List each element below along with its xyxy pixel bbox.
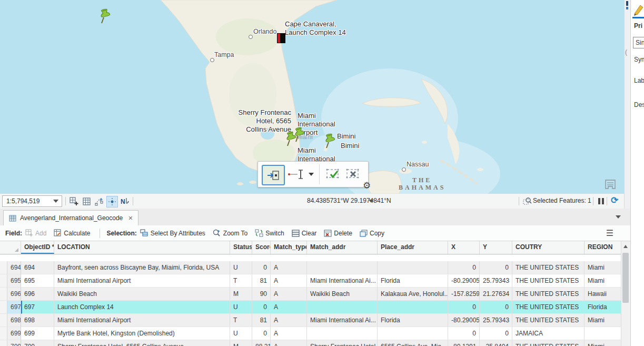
column-header-place-addr[interactable]: Place_addr <box>378 241 448 254</box>
cell-y[interactable]: 0 <box>480 261 512 274</box>
cell-coutry[interactable]: JAMAICA <box>512 327 584 340</box>
table-row[interactable]: 697 697 Launch Complex 14 U 0 A 0 0 THE … <box>0 301 621 314</box>
column-header-score[interactable]: Score <box>252 241 271 254</box>
gear-icon[interactable]: ⚙ <box>363 181 371 191</box>
cell-y[interactable]: 0 <box>480 327 512 340</box>
row-select-strip[interactable] <box>0 340 7 346</box>
scroll-up-arrow[interactable] <box>623 245 628 248</box>
table-row[interactable]: 695 695 Miami International Airport T 81… <box>0 274 621 288</box>
cell-status[interactable]: U <box>230 261 252 274</box>
cell-y[interactable]: 25.79343 <box>480 274 512 288</box>
scale-combobox[interactable]: 1:5,794,519 <box>2 195 62 207</box>
copy-button[interactable]: Copy <box>360 230 384 237</box>
cell-region[interactable] <box>584 327 621 340</box>
cell-match-addr[interactable] <box>307 327 378 340</box>
row-select-strip[interactable] <box>0 327 7 340</box>
map-pushpin[interactable] <box>97 8 113 25</box>
collapse-pane-icon[interactable]: ( <box>625 48 627 56</box>
cell-place-addr[interactable] <box>378 301 448 314</box>
switch-selection-button[interactable]: Switch <box>255 229 284 237</box>
row-number-cell[interactable]: 695 <box>7 274 21 288</box>
cell-region[interactable]: Miami <box>584 261 621 274</box>
column-header-location[interactable]: LOCATION <box>54 241 230 254</box>
cell-place-addr[interactable]: 6565 Collins Ave, Mia... <box>378 340 448 346</box>
cell-match-addr[interactable] <box>307 254 378 255</box>
new-map-view-icon[interactable] <box>68 196 79 206</box>
symbology-type-dropdown[interactable]: Sin <box>633 37 644 48</box>
column-header-objectid[interactable]: ObjectID * <box>21 241 54 254</box>
row-number-cell[interactable]: 699 <box>7 327 21 340</box>
cell-match-addr[interactable] <box>307 261 378 274</box>
cell-score[interactable]: 81 <box>252 274 271 288</box>
cell-y[interactable]: 25.8404 <box>480 340 512 346</box>
cell-y[interactable]: 21.27634 <box>480 288 512 301</box>
cell-match-type[interactable]: A <box>271 327 307 340</box>
cell-match-addr[interactable] <box>307 301 378 314</box>
cell-score[interactable]: 0 <box>252 261 271 274</box>
cell-place-addr[interactable]: Florida <box>378 274 448 288</box>
cell-match-type[interactable]: A <box>271 261 307 274</box>
cell-x[interactable]: -80.29005 <box>448 314 480 327</box>
cell-location[interactable]: Launch Complex 14 <box>54 301 230 314</box>
row-select-strip[interactable] <box>0 288 7 301</box>
tab-avengerland-international-geocode[interactable]: Avengerland_International_Geocode ✕ <box>3 210 138 225</box>
cell-x[interactable]: -80.29005 <box>448 274 480 288</box>
cell-match-addr[interactable]: Miami International Ai... <box>307 314 378 327</box>
cell-y[interactable]: 0 <box>480 301 512 314</box>
cell-place-addr[interactable]: Florida <box>378 314 448 327</box>
cell-y[interactable]: 25.79343 <box>480 314 512 327</box>
cell-match-type[interactable]: A <box>271 288 307 301</box>
cell-match-addr[interactable]: Waikiki Beach <box>307 288 378 301</box>
zoom-to-selection-icon[interactable] <box>522 196 532 206</box>
edit-vertices-icon[interactable] <box>94 196 104 206</box>
delete-selected-button[interactable]: Delete <box>324 230 352 237</box>
scrollbar-thumb[interactable] <box>622 253 629 303</box>
cell-objectid[interactable]: 697 <box>21 301 54 314</box>
cell-coutry[interactable]: THE UNITED STATES <box>512 314 584 327</box>
cell-x[interactable]: 0 <box>448 261 480 274</box>
table-row[interactable]: 699 699 Myrtle Bank Hotel, Kingston (Dem… <box>0 327 621 340</box>
map-pushpin[interactable] <box>292 126 308 143</box>
cell-match-addr[interactable]: Sherry Frontenac Hotel... <box>307 340 378 346</box>
cell-coutry[interactable]: THE UNITED STATES <box>512 340 584 346</box>
table-row[interactable]: 696 696 Waikiki Beach M 90 A Waikiki Bea… <box>0 288 621 301</box>
column-header-status[interactable]: Status <box>230 241 252 254</box>
close-icon[interactable]: ✕ <box>128 215 133 222</box>
cell-place-addr[interactable] <box>378 261 448 274</box>
column-header-match-addr[interactable]: Match_addr <box>307 241 378 254</box>
cell-score[interactable]: 0 <box>252 254 271 255</box>
cell-status[interactable]: M <box>230 288 252 301</box>
cell-x[interactable]: 0 <box>448 327 480 340</box>
cell-match-type[interactable]: A <box>271 274 307 288</box>
pause-drawing-icon[interactable] <box>598 198 606 206</box>
cell-status[interactable]: U <box>230 254 252 255</box>
column-header-x[interactable]: X <box>448 241 480 254</box>
cell-region[interactable]: Miami <box>584 314 621 327</box>
row-select-strip[interactable] <box>0 261 7 274</box>
select-by-attributes-button[interactable]: Select By Attributes <box>140 229 205 237</box>
cell-region[interactable]: Miami <box>584 274 621 288</box>
north-arrow-icon[interactable]: N <box>120 196 130 206</box>
row-number-cell[interactable]: 697 <box>7 301 21 314</box>
cell-x[interactable]: -80.1291 <box>448 340 480 346</box>
cell-objectid[interactable]: 694 <box>21 261 54 274</box>
cell-objectid[interactable]: 698 <box>21 314 54 327</box>
cell-x[interactable]: 0 <box>448 254 480 255</box>
cell-coutry[interactable]: THE UNITED STATES <box>512 288 584 301</box>
calculate-button[interactable]: Calculate <box>54 229 90 237</box>
move-feature-tool-button[interactable] <box>262 165 285 185</box>
cell-coutry[interactable]: THE UNITED STATES <box>512 254 584 255</box>
table-row[interactable]: 700 700 Sherry Frontenac Hotel, 6565 Col… <box>0 340 621 346</box>
cell-location[interactable]: Sherry Frontenac Hotel, 6565 Collins Ave… <box>54 340 230 346</box>
cell-x[interactable]: 0 <box>448 301 480 314</box>
scale-dropdown-caret[interactable] <box>53 200 58 203</box>
cell-match-type[interactable]: A <box>271 340 307 346</box>
cell-match-type[interactable]: A <box>271 301 307 314</box>
cell-score[interactable]: 90 <box>252 288 271 301</box>
open-table-icon[interactable] <box>81 196 92 206</box>
cell-place-addr[interactable] <box>378 327 448 340</box>
refresh-icon[interactable]: ⟳ <box>611 195 618 206</box>
cell-place-addr[interactable]: Kalakaua Ave, Honolul... <box>378 288 448 301</box>
row-number-cell[interactable]: 700 <box>7 340 21 346</box>
cell-status[interactable]: U <box>230 301 252 314</box>
